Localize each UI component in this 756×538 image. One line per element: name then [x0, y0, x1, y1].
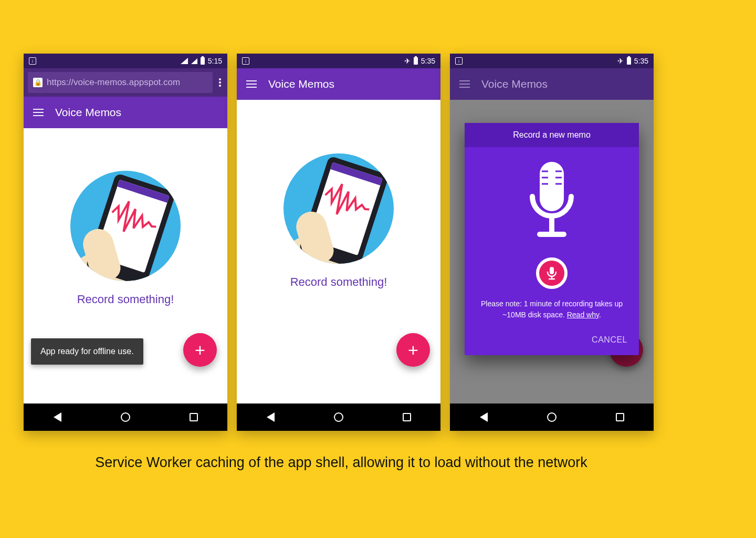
plus-icon: +: [408, 340, 418, 360]
airplane-mode-icon: ✈: [404, 57, 411, 65]
clock-text: 5:35: [421, 57, 435, 65]
android-nav-bar: [237, 404, 440, 431]
record-button[interactable]: [536, 257, 568, 289]
plus-icon: +: [195, 340, 205, 360]
microphone-icon: [523, 160, 581, 249]
download-icon: ↓: [455, 57, 463, 65]
content-area: Record something! +: [237, 100, 440, 404]
status-bar: ↓ 5:15: [24, 54, 227, 68]
illustration-circle: [284, 153, 394, 264]
android-nav-bar: [450, 404, 654, 431]
omnibox[interactable]: 🔒 https://voice-memos.appspot.com: [28, 72, 213, 93]
modal-note: Please note: 1 minute of recording takes…: [474, 298, 629, 320]
fab-add-button[interactable]: +: [396, 333, 430, 367]
figure-caption: Service Worker caching of the app shell,…: [0, 454, 682, 471]
download-icon: ↓: [242, 57, 249, 65]
mic-small-icon: [547, 266, 557, 280]
svg-rect-10: [550, 267, 554, 274]
status-bar: ↓ ✈ 5:35: [237, 54, 440, 68]
empty-state: Record something!: [237, 153, 440, 289]
url-text: https://voice-memos.appspot.com: [47, 77, 180, 88]
nav-home-button[interactable]: [334, 412, 343, 422]
signal-icon: [191, 58, 197, 64]
airplane-mode-icon: ✈: [617, 57, 624, 65]
phone-1: ↓ 5:15 🔒 https://voice-memos.appspot.com…: [24, 54, 227, 431]
screens-row: ↓ 5:15 🔒 https://voice-memos.appspot.com…: [24, 54, 654, 431]
clock-text: 5:15: [208, 57, 222, 65]
clock-text: 5:35: [634, 57, 648, 65]
browser-menu-button[interactable]: [217, 78, 223, 87]
wifi-icon: [181, 58, 188, 64]
browser-url-bar: 🔒 https://voice-memos.appspot.com: [24, 68, 227, 97]
battery-icon: [414, 57, 418, 65]
nav-home-button[interactable]: [547, 412, 556, 422]
modal-note-suffix: .: [599, 311, 601, 319]
phone-2: ↓ ✈ 5:35 Voice Memos: [237, 54, 440, 431]
content-area-dimmed: + Record a new memo: [450, 100, 654, 404]
battery-icon: [627, 57, 631, 65]
fab-add-button[interactable]: +: [183, 333, 217, 367]
phone-3: ↓ ✈ 5:35 Voice Memos + Record a new memo: [450, 54, 654, 431]
empty-state-text: Record something!: [237, 275, 440, 289]
status-bar: ↓ ✈ 5:35: [450, 54, 654, 68]
empty-state: Record something!: [24, 171, 227, 306]
hamburger-icon[interactable]: [459, 80, 470, 88]
hamburger-icon[interactable]: [246, 80, 257, 88]
lock-icon: 🔒: [33, 78, 43, 87]
modal-title: Record a new memo: [465, 123, 639, 147]
app-bar: Voice Memos: [24, 97, 227, 128]
battery-icon: [201, 57, 205, 65]
read-why-link[interactable]: Read why: [567, 311, 599, 319]
nav-recent-button[interactable]: [190, 413, 198, 421]
empty-state-text: Record something!: [24, 293, 227, 306]
nav-back-button[interactable]: [480, 412, 488, 422]
app-bar: Voice Memos: [450, 68, 654, 100]
svg-rect-0: [540, 162, 564, 211]
nav-home-button[interactable]: [121, 412, 130, 422]
app-bar: Voice Memos: [237, 68, 440, 100]
illustration-circle: [70, 171, 181, 281]
content-area: Record something! App ready for offline …: [24, 128, 227, 404]
nav-back-button[interactable]: [267, 412, 275, 422]
nav-back-button[interactable]: [54, 412, 61, 422]
modal-note-prefix: Please note: 1 minute of recording takes…: [481, 299, 623, 319]
download-icon: ↓: [29, 57, 36, 65]
nav-recent-button[interactable]: [403, 413, 411, 421]
offline-toast: App ready for offline use.: [31, 338, 143, 365]
app-title: Voice Memos: [481, 78, 548, 90]
hamburger-icon[interactable]: [33, 109, 44, 116]
app-title: Voice Memos: [268, 78, 334, 90]
cancel-button[interactable]: CANCEL: [592, 335, 627, 344]
app-title: Voice Memos: [55, 106, 121, 119]
android-nav-bar: [24, 404, 227, 431]
nav-recent-button[interactable]: [616, 413, 624, 421]
record-memo-modal: Record a new memo: [465, 123, 639, 355]
